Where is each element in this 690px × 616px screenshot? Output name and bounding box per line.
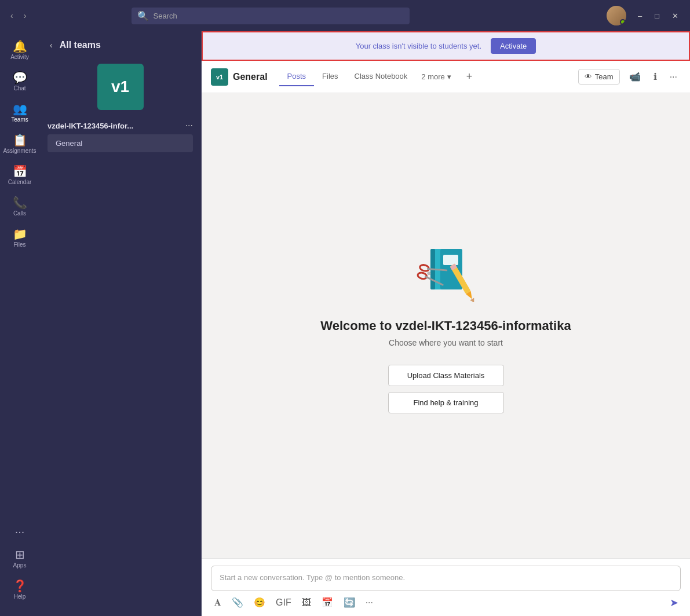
notification-text: Your class isn't visible to students yet… (356, 42, 481, 50)
more-tabs-label: 2 more (421, 72, 444, 81)
sidebar: 🔔 Activity 💬 Chat 👥 Teams 📋 Assignments … (0, 31, 39, 616)
team-name: vzdel-IKT-123456-infor... (48, 122, 133, 130)
sidebar-item-chat[interactable]: 💬 Chat (3, 67, 36, 96)
welcome-illustration (408, 239, 484, 302)
all-teams-title: All teams (60, 40, 101, 50)
activate-button[interactable]: Activate (491, 38, 536, 54)
svg-point-9 (417, 272, 427, 280)
search-icon: 🔍 (137, 10, 149, 21)
sidebar-item-calls[interactable]: 📞 Calls (3, 192, 36, 221)
attach-button[interactable]: 📎 (231, 596, 244, 609)
channel-item-general[interactable]: General (48, 134, 193, 152)
more-icon: ··· (15, 526, 25, 537)
search-bar[interactable]: 🔍 (132, 8, 410, 24)
upload-materials-button[interactable]: Upload Class Materials (388, 365, 504, 386)
chat-input-area: Start a new conversation. Type @ to ment… (202, 558, 690, 616)
titlebar-right: – □ ✕ (607, 6, 683, 25)
teams-icon: 👥 (13, 103, 27, 115)
main-content: Welcome to vzdel-IKT-123456-informatika … (202, 93, 690, 616)
tab-more[interactable]: 2 more ▾ (415, 67, 457, 86)
nav-forward-button[interactable]: › (20, 9, 30, 23)
svg-rect-2 (443, 255, 458, 265)
header-actions: 👁 Team 📹 ℹ ··· (578, 69, 681, 85)
sidebar-item-apps[interactable]: ⊞ Apps (3, 544, 36, 573)
action-buttons: Upload Class Materials Find help & train… (388, 365, 504, 413)
calendar-icon: 📅 (13, 166, 27, 177)
teams-panel-header: ‹ All teams (39, 31, 201, 59)
svg-point-8 (419, 263, 429, 272)
channel-tabs: Posts Files Class Notebook 2 more ▾ (279, 67, 457, 86)
welcome-subtitle: Choose where you want to start (389, 338, 503, 347)
calls-icon: 📞 (13, 197, 27, 208)
sidebar-dots[interactable]: ··· (3, 521, 36, 542)
sidebar-item-label: Files (13, 241, 25, 248)
sidebar-item-label: Chat (13, 85, 25, 91)
chat-input-box[interactable]: Start a new conversation. Type @ to ment… (211, 566, 681, 591)
team-more-button[interactable]: ··· (185, 120, 193, 131)
help-icon: ❓ (13, 580, 27, 592)
welcome-area: Welcome to vzdel-IKT-123456-informatika … (202, 93, 690, 558)
svg-marker-7 (470, 298, 476, 302)
team-icon: 👁 (585, 72, 592, 81)
avatar[interactable] (607, 6, 626, 25)
status-dot (620, 19, 626, 25)
more-chat-button[interactable]: ··· (364, 596, 374, 609)
emoji-button[interactable]: 😊 (253, 596, 266, 609)
gif-button[interactable]: GIF (275, 596, 293, 609)
restore-button[interactable]: □ (650, 9, 664, 23)
format-button[interactable]: 𝐀 (213, 596, 222, 609)
chat-toolbar: 𝐀 📎 😊 GIF 🖼 📅 🔄 ··· ➤ (211, 591, 681, 609)
nav-controls: ‹ › (7, 9, 30, 23)
activity-icon: 🔔 (13, 41, 27, 52)
sidebar-item-activity[interactable]: 🔔 Activity (3, 36, 36, 65)
video-button[interactable]: 📹 (626, 69, 644, 85)
close-button[interactable]: ✕ (667, 9, 683, 23)
channel-avatar: v1 (211, 68, 228, 86)
team-avatar: v1 (97, 64, 144, 110)
files-icon: 📁 (13, 228, 27, 240)
sidebar-item-label: Calendar (8, 179, 32, 185)
team-card: v1 (48, 64, 193, 110)
sidebar-item-help[interactable]: ❓ Help (3, 575, 36, 604)
channel-name: General (233, 72, 268, 82)
sidebar-item-label: Help (14, 593, 26, 600)
app-body: 🔔 Activity 💬 Chat 👥 Teams 📋 Assignments … (0, 31, 690, 616)
team-info: vzdel-IKT-123456-infor... ··· (39, 115, 201, 133)
tab-files[interactable]: Files (314, 67, 346, 86)
content-area: Your class isn't visible to students yet… (202, 31, 690, 616)
tab-class-notebook[interactable]: Class Notebook (346, 67, 416, 86)
chevron-down-icon: ▾ (447, 72, 451, 81)
sidebar-item-label: Apps (13, 562, 27, 569)
sidebar-item-calendar[interactable]: 📅 Calendar (3, 161, 36, 190)
minimize-button[interactable]: – (633, 9, 647, 23)
sidebar-item-label: Calls (13, 210, 26, 217)
find-help-button[interactable]: Find help & training (388, 392, 504, 413)
meet-button[interactable]: 📅 (320, 596, 334, 609)
tab-posts[interactable]: Posts (279, 67, 315, 86)
search-input[interactable] (154, 8, 404, 24)
chat-input-placeholder: Start a new conversation. Type @ to ment… (220, 573, 405, 582)
team-button[interactable]: 👁 Team (578, 69, 620, 85)
teams-panel: ‹ All teams v1 vzdel-IKT-123456-infor...… (39, 31, 202, 616)
svg-point-12 (426, 271, 430, 275)
sidebar-item-label: Activity (10, 54, 29, 60)
send-button[interactable]: ➤ (670, 596, 678, 609)
loop-button[interactable]: 🔄 (342, 596, 356, 609)
sidebar-item-files[interactable]: 📁 Files (3, 223, 36, 252)
info-button[interactable]: ℹ (650, 69, 660, 85)
welcome-title: Welcome to vzdel-IKT-123456-informatika (320, 318, 571, 333)
sidebar-item-assignments[interactable]: 📋 Assignments (3, 130, 36, 159)
sidebar-item-teams[interactable]: 👥 Teams (3, 98, 36, 127)
back-button[interactable]: ‹ (48, 38, 55, 52)
sticker-button[interactable]: 🖼 (301, 596, 312, 609)
chat-icon: 💬 (13, 72, 27, 83)
nav-back-button[interactable]: ‹ (7, 9, 17, 23)
notification-banner: Your class isn't visible to students yet… (202, 31, 690, 61)
more-options-button[interactable]: ··· (666, 69, 681, 85)
add-tab-button[interactable]: + (462, 68, 477, 85)
apps-icon: ⊞ (15, 549, 25, 560)
assignments-icon: 📋 (13, 134, 27, 146)
sidebar-item-label: Assignments (3, 148, 36, 154)
team-label: Team (595, 72, 614, 81)
sidebar-bottom: ··· ⊞ Apps ❓ Help (3, 521, 36, 611)
